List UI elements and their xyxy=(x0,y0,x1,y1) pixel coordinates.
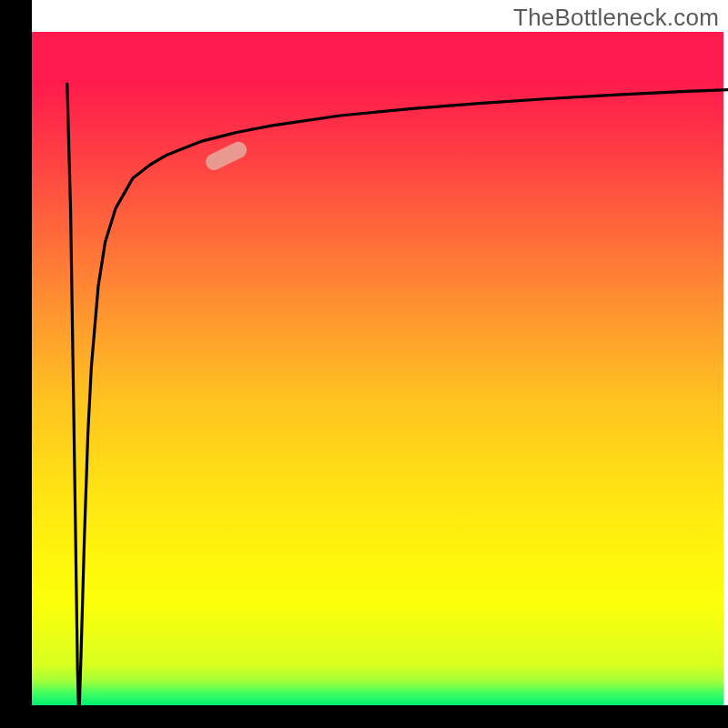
chart-container: TheBottleneck.com xyxy=(0,0,728,728)
y-axis xyxy=(0,0,32,728)
heat-gradient-background xyxy=(32,32,723,705)
x-axis xyxy=(0,705,728,728)
plot-area xyxy=(32,32,723,705)
watermark-text: TheBottleneck.com xyxy=(513,4,719,32)
